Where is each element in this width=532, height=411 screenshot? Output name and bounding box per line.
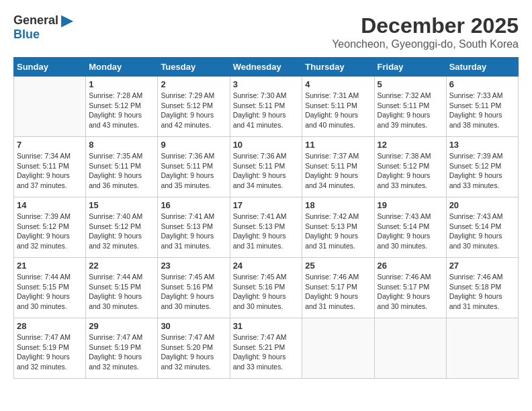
day-number: 31 — [233, 321, 300, 331]
day-number: 12 — [378, 140, 443, 150]
day-detail: Sunrise: 7:45 AM Sunset: 5:16 PM Dayligh… — [161, 272, 226, 312]
calendar-week-1: 1Sunrise: 7:28 AM Sunset: 5:12 PM Daylig… — [14, 77, 519, 137]
day-detail: Sunrise: 7:44 AM Sunset: 5:15 PM Dayligh… — [89, 272, 154, 312]
calendar-cell: 2Sunrise: 7:29 AM Sunset: 5:12 PM Daylig… — [158, 77, 230, 137]
day-detail: Sunrise: 7:28 AM Sunset: 5:12 PM Dayligh… — [89, 91, 154, 130]
calendar: Sunday Monday Tuesday Wednesday Thursday… — [13, 57, 519, 379]
calendar-cell: 29Sunrise: 7:47 AM Sunset: 5:19 PM Dayli… — [86, 318, 158, 379]
day-number: 5 — [378, 79, 443, 89]
day-detail: Sunrise: 7:46 AM Sunset: 5:17 PM Dayligh… — [305, 272, 371, 312]
day-number: 29 — [89, 321, 154, 331]
day-number: 17 — [233, 200, 300, 210]
day-detail: Sunrise: 7:47 AM Sunset: 5:19 PM Dayligh… — [89, 332, 154, 372]
day-detail: Sunrise: 7:39 AM Sunset: 5:12 PM Dayligh… — [17, 212, 83, 251]
day-detail: Sunrise: 7:47 AM Sunset: 5:21 PM Dayligh… — [233, 332, 300, 372]
calendar-cell: 8Sunrise: 7:35 AM Sunset: 5:11 PM Daylig… — [86, 137, 158, 197]
calendar-cell: 25Sunrise: 7:46 AM Sunset: 5:17 PM Dayli… — [302, 258, 374, 318]
col-tuesday: Tuesday — [158, 58, 230, 77]
day-number: 6 — [449, 79, 515, 89]
logo-blue: Blue — [13, 28, 40, 41]
day-number: 19 — [378, 200, 443, 210]
calendar-cell: 22Sunrise: 7:44 AM Sunset: 5:15 PM Dayli… — [86, 258, 158, 318]
day-detail: Sunrise: 7:41 AM Sunset: 5:13 PM Dayligh… — [161, 212, 226, 251]
calendar-cell: 19Sunrise: 7:43 AM Sunset: 5:14 PM Dayli… — [374, 197, 446, 258]
col-friday: Friday — [374, 58, 446, 77]
day-number: 28 — [17, 321, 83, 331]
col-saturday: Saturday — [446, 58, 518, 77]
day-number: 13 — [449, 140, 515, 150]
calendar-cell: 21Sunrise: 7:44 AM Sunset: 5:15 PM Dayli… — [14, 258, 86, 318]
calendar-cell: 23Sunrise: 7:45 AM Sunset: 5:16 PM Dayli… — [158, 258, 230, 318]
calendar-cell: 13Sunrise: 7:39 AM Sunset: 5:12 PM Dayli… — [446, 137, 518, 197]
day-detail: Sunrise: 7:35 AM Sunset: 5:11 PM Dayligh… — [89, 151, 154, 191]
day-number: 21 — [17, 261, 83, 271]
calendar-cell: 24Sunrise: 7:45 AM Sunset: 5:16 PM Dayli… — [230, 258, 302, 318]
day-number: 4 — [305, 79, 371, 89]
day-number: 22 — [89, 261, 154, 271]
day-detail: Sunrise: 7:36 AM Sunset: 5:11 PM Dayligh… — [161, 151, 226, 191]
logo: General Blue — [13, 13, 73, 42]
day-number: 26 — [378, 261, 443, 271]
col-wednesday: Wednesday — [230, 58, 302, 77]
day-detail: Sunrise: 7:29 AM Sunset: 5:12 PM Dayligh… — [161, 91, 226, 130]
col-sunday: Sunday — [14, 58, 86, 77]
calendar-cell: 17Sunrise: 7:41 AM Sunset: 5:13 PM Dayli… — [230, 197, 302, 258]
calendar-cell: 14Sunrise: 7:39 AM Sunset: 5:12 PM Dayli… — [14, 197, 86, 258]
calendar-cell — [14, 77, 86, 137]
day-number: 27 — [449, 261, 515, 271]
day-detail: Sunrise: 7:38 AM Sunset: 5:12 PM Dayligh… — [378, 151, 443, 191]
logo-blue-text: Blue — [13, 28, 40, 42]
calendar-cell: 11Sunrise: 7:37 AM Sunset: 5:11 PM Dayli… — [302, 137, 374, 197]
day-detail: Sunrise: 7:45 AM Sunset: 5:16 PM Dayligh… — [233, 272, 300, 312]
day-number: 3 — [233, 79, 300, 89]
day-number: 20 — [449, 200, 515, 210]
calendar-cell: 31Sunrise: 7:47 AM Sunset: 5:21 PM Dayli… — [230, 318, 302, 379]
day-number: 9 — [161, 140, 226, 150]
title-area: December 2025 Yeoncheon, Gyeonggi-do, So… — [332, 13, 519, 50]
day-number: 23 — [161, 261, 226, 271]
day-detail: Sunrise: 7:32 AM Sunset: 5:11 PM Dayligh… — [378, 91, 443, 130]
calendar-cell: 16Sunrise: 7:41 AM Sunset: 5:13 PM Dayli… — [158, 197, 230, 258]
day-number: 10 — [233, 140, 300, 150]
calendar-week-4: 21Sunrise: 7:44 AM Sunset: 5:15 PM Dayli… — [14, 258, 519, 318]
day-detail: Sunrise: 7:41 AM Sunset: 5:13 PM Dayligh… — [233, 212, 300, 251]
calendar-cell: 26Sunrise: 7:46 AM Sunset: 5:17 PM Dayli… — [374, 258, 446, 318]
logo-general: General — [13, 13, 58, 27]
calendar-cell: 3Sunrise: 7:30 AM Sunset: 5:11 PM Daylig… — [230, 77, 302, 137]
day-detail: Sunrise: 7:33 AM Sunset: 5:11 PM Dayligh… — [449, 91, 515, 130]
calendar-cell: 30Sunrise: 7:47 AM Sunset: 5:20 PM Dayli… — [158, 318, 230, 379]
day-number: 7 — [17, 140, 83, 150]
day-number: 1 — [89, 79, 154, 89]
calendar-cell: 15Sunrise: 7:40 AM Sunset: 5:12 PM Dayli… — [86, 197, 158, 258]
day-number: 8 — [89, 140, 154, 150]
day-detail: Sunrise: 7:42 AM Sunset: 5:13 PM Dayligh… — [305, 212, 371, 251]
calendar-cell: 28Sunrise: 7:47 AM Sunset: 5:19 PM Dayli… — [14, 318, 86, 379]
day-number: 14 — [17, 200, 83, 210]
calendar-cell: 20Sunrise: 7:43 AM Sunset: 5:14 PM Dayli… — [446, 197, 518, 258]
calendar-week-2: 7Sunrise: 7:34 AM Sunset: 5:11 PM Daylig… — [14, 137, 519, 197]
day-number: 24 — [233, 261, 300, 271]
calendar-cell: 6Sunrise: 7:33 AM Sunset: 5:11 PM Daylig… — [446, 77, 518, 137]
calendar-cell: 27Sunrise: 7:46 AM Sunset: 5:18 PM Dayli… — [446, 258, 518, 318]
day-detail: Sunrise: 7:31 AM Sunset: 5:11 PM Dayligh… — [305, 91, 371, 130]
day-detail: Sunrise: 7:47 AM Sunset: 5:19 PM Dayligh… — [17, 332, 83, 372]
calendar-cell: 5Sunrise: 7:32 AM Sunset: 5:11 PM Daylig… — [374, 77, 446, 137]
calendar-cell: 18Sunrise: 7:42 AM Sunset: 5:13 PM Dayli… — [302, 197, 374, 258]
calendar-cell: 12Sunrise: 7:38 AM Sunset: 5:12 PM Dayli… — [374, 137, 446, 197]
day-detail: Sunrise: 7:39 AM Sunset: 5:12 PM Dayligh… — [449, 151, 515, 191]
day-detail: Sunrise: 7:46 AM Sunset: 5:17 PM Dayligh… — [378, 272, 443, 312]
day-detail: Sunrise: 7:46 AM Sunset: 5:18 PM Dayligh… — [449, 272, 515, 312]
calendar-cell — [302, 318, 374, 379]
calendar-cell — [446, 318, 518, 379]
day-number: 30 — [161, 321, 226, 331]
day-detail: Sunrise: 7:40 AM Sunset: 5:12 PM Dayligh… — [89, 212, 154, 251]
day-detail: Sunrise: 7:44 AM Sunset: 5:15 PM Dayligh… — [17, 272, 83, 312]
logo-icon — [61, 15, 73, 28]
day-number: 18 — [305, 200, 371, 210]
calendar-cell: 7Sunrise: 7:34 AM Sunset: 5:11 PM Daylig… — [14, 137, 86, 197]
day-detail: Sunrise: 7:43 AM Sunset: 5:14 PM Dayligh… — [378, 212, 443, 251]
day-detail: Sunrise: 7:36 AM Sunset: 5:11 PM Dayligh… — [233, 151, 300, 191]
day-number: 11 — [305, 140, 371, 150]
calendar-cell: 10Sunrise: 7:36 AM Sunset: 5:11 PM Dayli… — [230, 137, 302, 197]
day-number: 2 — [161, 79, 226, 89]
